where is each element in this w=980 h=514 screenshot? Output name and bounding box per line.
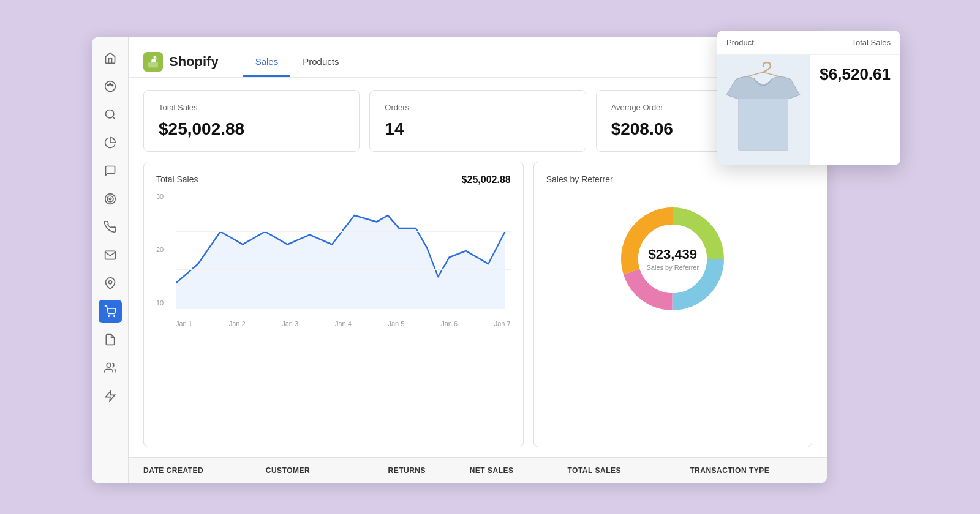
- tshirt-icon: [723, 61, 803, 159]
- grid-line-bottom: [176, 269, 511, 270]
- shopify-logo-icon: [143, 52, 163, 72]
- svg-point-2: [109, 83, 111, 85]
- tab-sales[interactable]: Sales: [243, 47, 291, 77]
- metric-total-sales-label: Total Sales: [159, 103, 344, 112]
- svg-point-0: [105, 81, 115, 92]
- donut-chart-card: Sales by Referrer: [533, 162, 812, 447]
- chart-svg-area: [176, 193, 511, 309]
- product-image: [717, 55, 810, 165]
- svg-point-8: [109, 198, 111, 199]
- sidebar-cart-icon[interactable]: [99, 300, 122, 323]
- sidebar-message-icon[interactable]: [99, 159, 122, 182]
- table-col-customer[interactable]: CUSTOMER: [266, 466, 388, 475]
- grid-line-top: [176, 193, 511, 193]
- logo-area: Shopify: [143, 52, 219, 72]
- x-label-jan5: Jan 5: [388, 320, 405, 327]
- y-axis-labels: 30 20 10: [156, 193, 164, 309]
- svg-marker-13: [105, 391, 115, 401]
- sidebar-mail-icon[interactable]: [99, 244, 122, 267]
- sidebar-target-icon[interactable]: [99, 187, 122, 210]
- tooltip-header: Product Total Sales: [717, 31, 900, 55]
- svg-point-9: [108, 281, 111, 284]
- svg-line-5: [112, 117, 115, 119]
- svg-rect-15: [148, 62, 158, 68]
- charts-row: Total Sales $25,002.88 30 20 10: [129, 162, 827, 457]
- sidebar-search-icon[interactable]: [99, 103, 122, 126]
- svg-point-10: [108, 316, 109, 317]
- svg-point-1: [107, 84, 109, 86]
- line-chart-container: 30 20 10: [156, 193, 511, 327]
- metric-orders-value: 14: [385, 119, 570, 139]
- tooltip-sales-value-area: $6,520.61: [810, 55, 900, 165]
- table-col-transaction[interactable]: TRANSACTION TYPE: [690, 466, 812, 475]
- logo-text: Shopify: [169, 54, 219, 70]
- y-label-10: 10: [156, 299, 164, 307]
- svg-point-3: [111, 84, 113, 86]
- y-label-20: 20: [156, 246, 164, 253]
- sidebar-phone-icon[interactable]: [99, 215, 122, 239]
- nav-tabs: Sales Products: [243, 47, 352, 77]
- svg-point-21: [638, 225, 707, 293]
- svg-point-12: [107, 363, 111, 368]
- sidebar-file-icon[interactable]: [99, 328, 122, 351]
- product-tooltip-card: Product Total Sales: [717, 31, 900, 165]
- sidebar-home-icon[interactable]: [99, 47, 122, 70]
- y-label-30: 30: [156, 193, 164, 200]
- sidebar-palette-icon[interactable]: [99, 75, 122, 98]
- x-axis-labels: Jan 1 Jan 2 Jan 3 Jan 4 Jan 5 Jan 6 Jan …: [176, 320, 511, 327]
- x-label-jan7: Jan 7: [494, 320, 511, 327]
- x-label-jan6: Jan 6: [441, 320, 458, 327]
- donut-svg: [611, 198, 734, 320]
- grid-line-mid: [176, 231, 511, 232]
- sidebar-chart-icon[interactable]: [99, 131, 122, 154]
- x-label-jan1: Jan 1: [176, 320, 192, 327]
- sidebar-users-icon[interactable]: [99, 356, 122, 379]
- table-col-date[interactable]: DATE CREATED: [143, 466, 266, 475]
- line-chart-card: Total Sales $25,002.88 30 20 10: [143, 162, 524, 447]
- svg-point-7: [107, 196, 113, 202]
- tooltip-sales-value: $6,520.61: [820, 65, 891, 84]
- metric-orders: Orders 14: [369, 90, 586, 152]
- x-label-jan3: Jan 3: [282, 320, 298, 327]
- tooltip-product-label: Product: [726, 38, 754, 47]
- metric-total-sales: Total Sales $25,002.88: [143, 90, 360, 152]
- line-chart-title: Total Sales: [156, 174, 198, 184]
- x-label-jan2: Jan 2: [229, 320, 246, 327]
- svg-point-11: [113, 316, 115, 317]
- metric-total-sales-value: $25,002.88: [159, 119, 344, 139]
- line-chart-total: $25,002.88: [462, 174, 511, 185]
- x-label-jan4: Jan 4: [335, 320, 352, 327]
- metric-orders-label: Orders: [385, 103, 570, 112]
- tooltip-body: $6,520.61: [717, 55, 900, 165]
- table-col-net[interactable]: NET SALES: [470, 466, 568, 475]
- sidebar-plugin-icon[interactable]: [99, 384, 122, 408]
- svg-point-4: [105, 110, 113, 118]
- svg-marker-16: [176, 215, 505, 309]
- tab-products[interactable]: Products: [290, 47, 351, 77]
- donut-chart-title: Sales by Referrer: [546, 174, 613, 184]
- table-col-returns[interactable]: RETURNS: [388, 466, 470, 475]
- donut-container: $23,439 Sales by Referrer: [546, 192, 799, 326]
- tooltip-sales-label: Total Sales: [851, 38, 891, 47]
- sidebar-location-icon[interactable]: [99, 272, 122, 295]
- table-col-total[interactable]: TOTAL SALES: [567, 466, 690, 475]
- line-chart-svg: [176, 193, 511, 309]
- sidebar: [92, 37, 129, 483]
- table-header: DATE CREATED CUSTOMER RETURNS NET SALES …: [129, 457, 827, 483]
